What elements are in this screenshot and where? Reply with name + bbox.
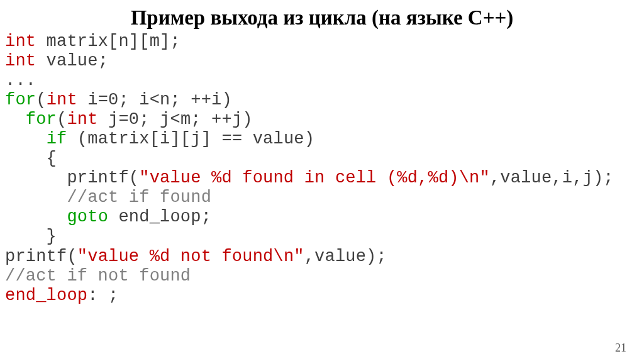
code-token: value; [36, 52, 108, 70]
code-token: int [5, 32, 36, 51]
slide-title: Пример выхода из цикла (на языке С++) [0, 6, 644, 30]
code-token: : ; [87, 286, 118, 305]
code-token: int [67, 110, 97, 129]
code-token: } [5, 227, 57, 246]
code-token: printf( [5, 169, 139, 187]
code-token: int [47, 91, 77, 109]
code-token: { [5, 149, 57, 168]
code-token: //act if found [67, 188, 211, 207]
code-token: "value %d not found\n" [77, 247, 304, 266]
code-token: matrix[n][m]; [36, 32, 180, 51]
code-token: "value %d found in cell (%d,%d)\n" [139, 169, 490, 187]
code-token: end_loop; [108, 208, 211, 226]
code-token: i=0; i<n; ++i) [77, 91, 232, 109]
code-token: int [5, 52, 36, 70]
code-token [5, 130, 47, 148]
code-token: //act if not found [5, 267, 191, 286]
code-token: (matrix[i][j] == value) [67, 130, 314, 148]
page-number: 21 [615, 342, 626, 355]
code-token: printf( [5, 247, 77, 266]
code-token [5, 110, 26, 129]
code-token: j=0; j<m; ++j) [98, 110, 253, 129]
code-token: if [47, 130, 67, 148]
code-token: goto [67, 208, 108, 226]
code-token: for [5, 91, 36, 109]
code-token: end_loop [5, 286, 87, 305]
code-token [5, 208, 67, 226]
slide: Пример выхода из цикла (на языке С++) in… [0, 6, 644, 361]
code-token: ( [36, 91, 46, 109]
code-token: ,value,i,j); [490, 169, 614, 187]
code-token: for [26, 110, 57, 129]
code-token [5, 188, 67, 207]
code-token: ... [5, 71, 36, 90]
code-block: int matrix[n][m]; int value; ... for(int… [0, 32, 644, 306]
code-token: ( [57, 110, 67, 129]
code-token: ,value); [304, 247, 387, 266]
